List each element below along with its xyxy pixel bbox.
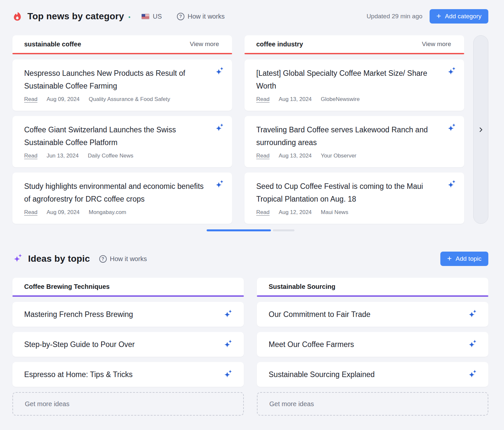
read-link[interactable]: Read [256, 96, 270, 103]
topic-header: Coffee Brewing Techniques [12, 278, 244, 297]
news-column-sustainable-coffee: sustainable coffee View more Nespresso L… [12, 35, 232, 224]
ideas-title: Ideas by topic [28, 254, 90, 264]
idea-title: Sustainable Sourcing Explained [269, 370, 375, 379]
ai-sparkle-icon[interactable] [214, 123, 224, 133]
pagination-bar-active[interactable] [207, 229, 271, 231]
top-news-header: Top news by category US ? How it works U… [12, 9, 488, 24]
news-card[interactable]: Nespresso Launches New Products as Resul… [12, 59, 232, 111]
idea-card[interactable]: Espresso at Home: Tips & Tricks [12, 362, 244, 387]
topic-name: Sustainable Sourcing [269, 283, 335, 290]
add-category-button[interactable]: + Add category [430, 9, 488, 24]
how-it-works-link[interactable]: How it works [110, 255, 147, 263]
news-card-date: Aug 13, 2024 [279, 96, 312, 103]
topic-underline [257, 295, 488, 297]
question-icon[interactable]: ? [177, 13, 184, 20]
category-underline [12, 53, 232, 54]
view-more-link[interactable]: View more [422, 41, 451, 48]
get-more-ideas-button[interactable]: Get more ideas [12, 392, 244, 416]
topic-column-sustainable-sourcing: Sustainable Sourcing Our Commitment to F… [257, 278, 488, 416]
news-card-title: Nespresso Launches New Products as Resul… [24, 67, 209, 92]
pagination-bar-inactive[interactable] [273, 229, 294, 231]
question-icon[interactable]: ? [99, 255, 107, 263]
carousel-pagination [12, 229, 488, 231]
news-card[interactable]: Study highlights environmental and econo… [12, 173, 232, 224]
news-card[interactable]: Seed to Cup Coffee Festival is coming to… [244, 173, 464, 224]
ai-sparkle-icon[interactable] [223, 370, 233, 379]
idea-title: Mastering French Press Brewing [24, 310, 133, 319]
news-card[interactable]: Traveling Bard Coffee serves Lakewood Ra… [244, 116, 464, 167]
ai-sparkle-icon[interactable] [467, 339, 477, 349]
news-card-title: Seed to Cup Coffee Festival is coming to… [256, 180, 441, 206]
idea-title: Espresso at Home: Tips & Tricks [24, 370, 133, 379]
news-card-date: Aug 13, 2024 [279, 153, 312, 159]
how-it-works-link[interactable]: How it works [188, 13, 225, 20]
ideas-columns: Coffee Brewing Techniques Mastering Fren… [12, 278, 488, 416]
idea-card[interactable]: Step-by-Step Guide to Pour Over [12, 332, 244, 357]
chevron-right-icon [478, 126, 484, 133]
flame-icon [12, 11, 22, 21]
news-card-date: Aug 09, 2024 [47, 96, 80, 103]
ai-sparkle-icon[interactable] [223, 309, 233, 319]
idea-card[interactable]: Meet Our Coffee Farmers [257, 332, 488, 357]
news-card-source: Maui News [321, 209, 348, 216]
news-card-title: [Latest] Global Specialty Coffee Market … [256, 67, 441, 92]
topic-column-coffee-brewing: Coffee Brewing Techniques Mastering Fren… [12, 278, 244, 416]
category-header: coffee industry View more [244, 35, 464, 54]
news-card-date: Aug 09, 2024 [47, 209, 80, 216]
us-flag-icon [141, 14, 150, 19]
news-column-coffee-industry: coffee industry View more [Latest] Globa… [244, 35, 464, 224]
idea-title: Meet Our Coffee Farmers [269, 340, 354, 349]
category-name: coffee industry [256, 41, 303, 48]
ai-sparkle-icon[interactable] [447, 67, 456, 76]
ai-sparkle-icon[interactable] [447, 123, 456, 133]
news-card-date: Aug 12, 2024 [279, 209, 312, 216]
ai-sparkle-icon[interactable] [467, 370, 477, 379]
read-link[interactable]: Read [256, 153, 270, 159]
ai-sparkle-icon[interactable] [447, 180, 456, 190]
get-more-ideas-button[interactable]: Get more ideas [257, 392, 488, 416]
sparkle-purple-icon [12, 254, 23, 264]
ideas-header: Ideas by topic ? How it works + Add topi… [12, 252, 488, 266]
idea-title: Our Commitment to Fair Trade [269, 310, 370, 319]
read-link[interactable]: Read [256, 209, 270, 216]
idea-title: Step-by-Step Guide to Pour Over [24, 340, 135, 349]
news-card-source: Quality Assurance & Food Safety [89, 96, 170, 103]
topic-underline [12, 295, 244, 297]
ai-sparkle-icon[interactable] [214, 180, 224, 190]
idea-card[interactable]: Our Commitment to Fair Trade [257, 302, 488, 327]
news-card-title: Study highlights environmental and econo… [24, 180, 209, 206]
news-card-title: Coffee Giant Switzerland Launches the Sw… [24, 124, 209, 149]
ai-sparkle-icon[interactable] [467, 309, 477, 319]
topic-name: Coffee Brewing Techniques [24, 283, 110, 290]
idea-card[interactable]: Mastering French Press Brewing [12, 302, 244, 327]
plus-icon: + [447, 255, 452, 262]
news-card-source: Mongabay.com [89, 209, 126, 216]
topic-header: Sustainable Sourcing [257, 278, 488, 297]
news-card-source: Your Observer [321, 153, 356, 159]
content-dashboard: Top news by category US ? How it works U… [0, 0, 504, 430]
status-dot [129, 16, 130, 18]
view-more-link[interactable]: View more [190, 41, 219, 48]
news-card[interactable]: [Latest] Global Specialty Coffee Market … [244, 59, 464, 111]
updated-timestamp: Updated 29 min ago [367, 13, 422, 20]
country-label: US [153, 13, 162, 20]
read-link[interactable]: Read [24, 96, 38, 103]
ai-sparkle-icon[interactable] [214, 67, 224, 76]
news-card-title: Traveling Bard Coffee serves Lakewood Ra… [256, 124, 441, 149]
news-card-source: GlobeNewswire [321, 96, 360, 103]
category-header: sustainable coffee View more [12, 35, 232, 54]
category-underline [244, 53, 464, 54]
add-topic-button[interactable]: + Add topic [440, 252, 488, 266]
top-news-title: Top news by category [27, 11, 124, 22]
read-link[interactable]: Read [24, 209, 38, 216]
read-link[interactable]: Read [24, 153, 38, 159]
plus-icon: + [436, 12, 441, 20]
idea-card[interactable]: Sustainable Sourcing Explained [257, 362, 488, 387]
news-carousel: sustainable coffee View more Nespresso L… [12, 35, 488, 224]
carousel-next-button[interactable] [473, 35, 488, 224]
ai-sparkle-icon[interactable] [223, 339, 233, 349]
news-card-date: Jun 13, 2024 [47, 153, 79, 159]
news-card[interactable]: Coffee Giant Switzerland Launches the Sw… [12, 116, 232, 167]
category-name: sustainable coffee [24, 41, 81, 48]
news-card-source: Daily Coffee News [88, 153, 134, 159]
